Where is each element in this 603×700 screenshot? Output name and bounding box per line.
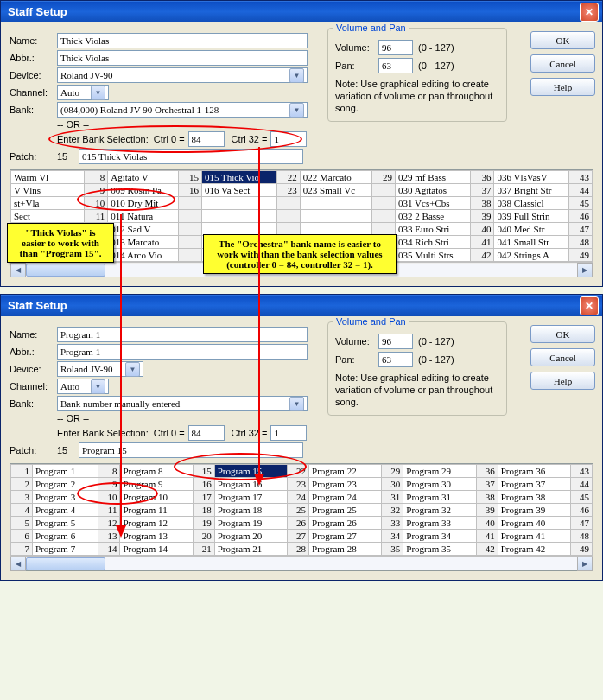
vol-pan-group: Volume and Pan Volume: (0 - 127) Pan: (0… (327, 321, 507, 416)
ok-button[interactable]: OK (530, 325, 595, 343)
table-row[interactable]: V Vlns9009 Rosin Pa16016 Va Sect23023 Sm… (11, 184, 593, 197)
channel-select[interactable]: Auto▼ (57, 85, 109, 100)
patch-grid[interactable]: Warm Vl8Agitato V15015 Thick Vio22022 Ma… (10, 169, 593, 277)
bank-label: Bank: (10, 105, 57, 115)
close-icon[interactable]: ✕ (580, 3, 599, 22)
cancel-button[interactable]: Cancel (530, 54, 595, 73)
volume-field[interactable] (378, 40, 413, 55)
scroll-left-icon[interactable]: ◀ (10, 557, 26, 571)
title-bar[interactable]: Staff Setup ✕ (1, 1, 602, 22)
chevron-down-icon[interactable]: ▼ (91, 379, 105, 394)
channel-label: Channel: (10, 87, 57, 98)
patch-grid[interactable]: 1Program 18Program 815Program 1522Progra… (10, 463, 593, 571)
table-row[interactable]: 2Program 29Program 916Program 1623Progra… (11, 478, 593, 491)
table-row[interactable]: Sect11011 Natura032 2 Basse39039 Full St… (11, 210, 593, 223)
vol-pan-group: Volume and Pan Volume: (0 - 127) Pan: (0… (327, 28, 507, 122)
table-row[interactable]: 1Program 18Program 815Program 1522Progra… (11, 465, 593, 478)
scroll-thumb[interactable] (26, 557, 105, 570)
chevron-down-icon[interactable]: ▼ (125, 362, 140, 377)
table-row[interactable]: 007 Vlns+Vla14014 Arco Vio035 Multi Strs… (11, 249, 593, 262)
chevron-down-icon[interactable]: ▼ (289, 397, 304, 411)
device-label: Device: (10, 70, 57, 80)
window-staff-setup-2: Staff Setup ✕ Name: Abbr.: Device: Rolan… (0, 294, 603, 581)
patch-field[interactable] (79, 149, 303, 164)
table-row[interactable]: o Vioi12012 Sad V033 Euro Stri40040 Med … (11, 223, 593, 236)
abbr-field[interactable] (57, 50, 308, 66)
window-title: Staff Setup (8, 299, 67, 312)
device-select[interactable]: Roland JV-90▼ (57, 67, 308, 83)
table-row[interactable]: 006 Marcato13013 Marcato034 Rich Stri410… (11, 236, 593, 249)
table-row[interactable]: 7Program 714Program 1421Program 2128Prog… (11, 543, 593, 556)
scroll-right-icon[interactable]: ▶ (577, 263, 593, 277)
or-text: -- OR -- (57, 119, 89, 130)
table-row[interactable]: 6Program 613Program 1320Program 2027Prog… (11, 530, 593, 543)
chevron-down-icon[interactable]: ▼ (91, 86, 105, 100)
scroll-thumb[interactable] (26, 264, 105, 277)
cancel-button[interactable]: Cancel (530, 348, 595, 366)
ctrl0-field[interactable] (188, 131, 225, 147)
pan-field[interactable] (378, 352, 413, 367)
window-staff-setup-1: Staff Setup ✕ Name: Abbr.: Device: Rolan… (0, 0, 603, 287)
chevron-down-icon[interactable]: ▼ (289, 68, 304, 83)
ok-button[interactable]: OK (530, 31, 595, 49)
scroll-right-icon[interactable]: ▶ (577, 557, 593, 571)
scroll-left-icon[interactable]: ◀ (10, 263, 26, 277)
help-button[interactable]: Help (530, 372, 595, 390)
ctrl0-field[interactable] (188, 425, 225, 441)
table-row[interactable]: st+Vla10010 Dry Mit031 Vcs+Cbs38038 Clas… (11, 197, 593, 210)
name-field[interactable] (57, 33, 308, 48)
table-row[interactable]: 3Program 310Program 1017Program 1724Prog… (11, 491, 593, 504)
patch-label: Patch: (10, 151, 57, 162)
name-field[interactable] (57, 327, 308, 342)
chevron-down-icon[interactable]: ▼ (289, 103, 304, 118)
name-label: Name: (10, 35, 57, 46)
close-icon[interactable]: ✕ (580, 296, 599, 315)
bank-select[interactable]: Bank number manually entered▼ (57, 396, 308, 411)
table-row[interactable]: Warm Vl8Agitato V15015 Thick Vio22022 Ma… (11, 171, 593, 184)
table-row[interactable]: 5Program 512Program 1219Program 1926Prog… (11, 517, 593, 530)
ctrl32-field[interactable] (270, 425, 307, 441)
bank-select[interactable]: (084,000) Roland JV-90 Orchestral 1-128▼ (57, 102, 308, 118)
pan-field[interactable] (378, 58, 413, 73)
device-select[interactable]: Roland JV-90▼ (57, 361, 143, 377)
title-bar[interactable]: Staff Setup ✕ (1, 295, 602, 316)
help-button[interactable]: Help (530, 78, 595, 96)
h-scrollbar[interactable]: ◀ ▶ (10, 556, 593, 570)
ctrl32-field[interactable] (270, 131, 307, 147)
window-title: Staff Setup (8, 5, 67, 18)
table-row[interactable]: 4Program 411Program 1118Program 1825Prog… (11, 504, 593, 517)
h-scrollbar[interactable]: ◀ ▶ (10, 262, 593, 277)
patch-field[interactable] (79, 442, 303, 458)
patch-n: 15 (57, 151, 79, 162)
volume-field[interactable] (378, 334, 413, 349)
channel-select[interactable]: Auto▼ (57, 379, 109, 394)
abbr-label: Abbr.: (10, 53, 57, 63)
abbr-field[interactable] (57, 344, 308, 360)
ebs-label: Enter Bank Selection: (57, 134, 149, 144)
